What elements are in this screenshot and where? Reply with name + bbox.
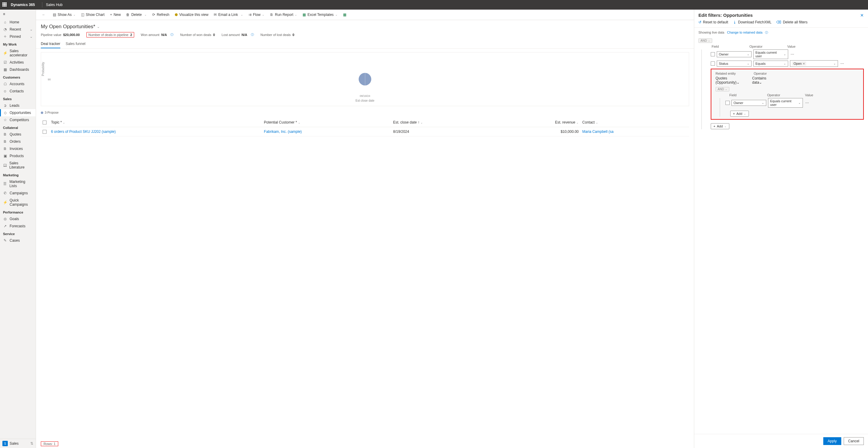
metric-label: Number of won deals	[180, 33, 211, 37]
related-entity-select[interactable]: Quotes (Opportunity)⌄	[716, 76, 750, 84]
nav-recent[interactable]: ◔Recent⌄	[0, 26, 36, 33]
refresh-button[interactable]: ⟳Refresh	[150, 11, 171, 18]
cell-erev: $10,000.00	[496, 127, 581, 136]
col-contact[interactable]: Contact ⌄	[581, 118, 689, 127]
main-content: ← ▤Show As⌄ ◫Show Chart +New 🗑Delete⌄ ⟳R…	[36, 10, 694, 448]
app-area[interactable]: Sales Hub	[46, 3, 62, 7]
nav-leads[interactable]: ➲Leads	[0, 102, 36, 109]
row-more-menu[interactable]: ⋯	[805, 101, 809, 105]
edit-filters-panel: Edit filters: Opportunities ✕ ↺Reset to …	[694, 10, 868, 448]
nav-contacts[interactable]: ☺Contacts	[0, 88, 36, 95]
nested-conjunction-and[interactable]: AND⌄	[716, 87, 729, 92]
nav-quotes[interactable]: 🗎Quotes	[0, 131, 36, 138]
delete-button[interactable]: 🗑Delete⌄	[124, 11, 149, 18]
nav-forecasts[interactable]: ↗Forecasts	[0, 222, 36, 230]
operator-select[interactable]: Equals⌄	[753, 61, 788, 67]
field-select[interactable]: Owner⌄	[732, 100, 766, 106]
nav-label: Sales Literature	[9, 161, 33, 169]
table-row[interactable]: 6 orders of Product SKU JJ202 (sample) F…	[41, 127, 689, 136]
info-icon[interactable]: ⓘ	[251, 33, 254, 37]
nav-home[interactable]: ⌂Home	[0, 19, 36, 26]
col-topic[interactable]: Topic * ⌄	[49, 118, 262, 127]
operator-select[interactable]: Equals current user⌄	[768, 98, 803, 108]
cmd-label: Flow	[253, 12, 260, 17]
nav-label: Contacts	[10, 89, 24, 93]
nav-opportunities[interactable]: ◇Opportunities	[0, 109, 36, 116]
tab-deal-tracker[interactable]: Deal tracker	[41, 40, 60, 48]
group-performance: Performance	[0, 208, 36, 215]
select-all-checkbox[interactable]	[42, 120, 46, 125]
show-chart-button[interactable]: ◫Show Chart	[79, 11, 106, 18]
reset-to-default-button[interactable]: ↺Reset to default	[699, 20, 728, 24]
nav-sales-accelerator[interactable]: ⚡Sales accelerator	[0, 47, 36, 59]
person-icon: ☺	[3, 89, 7, 93]
nav-sales-literature[interactable]: 🕮Sales Literature	[0, 160, 36, 171]
nav-goals[interactable]: ◎Goals	[0, 215, 36, 222]
chart-icon: ◫	[81, 12, 84, 17]
change-to-retained-link[interactable]: Change to retained data	[727, 31, 762, 34]
value-select[interactable]: Open×⌄	[790, 60, 838, 67]
col-potential-customer[interactable]: Potential Customer * ⌄	[262, 118, 391, 127]
nav-activities[interactable]: ☑Activities	[0, 59, 36, 66]
app-name: Dynamics 365	[11, 3, 35, 7]
nav-campaigns[interactable]: ✆Campaigns	[0, 189, 36, 197]
link-contact[interactable]: Maria Campbell (sa	[582, 130, 614, 134]
col-est-revenue[interactable]: Est. revenue ⌄	[496, 118, 581, 127]
panel-close-button[interactable]: ✕	[860, 13, 864, 18]
run-report-button[interactable]: 🗎Run Report⌄	[268, 11, 299, 18]
row-checkbox[interactable]	[42, 130, 46, 134]
row-more-menu[interactable]: ⋯	[790, 52, 795, 56]
excel-export-button[interactable]: ▦	[341, 11, 348, 18]
nested-add-button[interactable]: +Add⌄	[730, 111, 749, 117]
flow-button[interactable]: ⇉Flow⌄	[247, 11, 266, 18]
nav-accounts[interactable]: ☖Accounts	[0, 80, 36, 88]
info-icon[interactable]: ⓘ	[765, 31, 768, 34]
info-icon[interactable]: ⓘ	[170, 33, 174, 37]
remove-value-icon[interactable]: ×	[803, 62, 805, 65]
nav-marketing-lists[interactable]: ☰Marketing Lists	[0, 178, 36, 189]
action-label: Download FetchXML	[738, 20, 771, 24]
link-customer[interactable]: Fabrikam, Inc. (sample)	[264, 130, 302, 134]
row-more-menu[interactable]: ⋯	[840, 62, 845, 66]
visualize-button[interactable]: ⬢Visualize this view	[173, 11, 210, 18]
add-filter-button[interactable]: +Add⌄	[711, 123, 729, 129]
back-button[interactable]: ←	[40, 11, 48, 18]
filter-checkbox[interactable]	[725, 101, 730, 105]
nav-invoices[interactable]: 🗎Invoices	[0, 145, 36, 152]
cmd-label: Show Chart	[86, 12, 105, 17]
col-est-close-date[interactable]: Est. close date ↑ ⌄	[392, 118, 496, 127]
conjunction-and[interactable]: AND⌄	[699, 38, 712, 43]
nav-quick-campaigns[interactable]: ⚡Quick Campaigns	[0, 197, 36, 208]
area-label: Sales	[10, 441, 19, 446]
new-button[interactable]: +New	[108, 11, 122, 18]
field-select[interactable]: Status⌄	[717, 61, 751, 67]
link-topic[interactable]: 6 orders of Product SKU JJ202 (sample)	[51, 130, 116, 134]
nav-cases[interactable]: ✎Cases	[0, 237, 36, 244]
operator-select[interactable]: Equals current user⌄	[753, 49, 788, 59]
tab-sales-funnel[interactable]: Sales funnel	[66, 40, 86, 48]
show-as-button[interactable]: ▤Show As⌄	[51, 11, 78, 18]
nav-orders[interactable]: 🗎Orders	[0, 138, 36, 145]
nav-products[interactable]: ▣Products	[0, 152, 36, 160]
nav-pinned[interactable]: ✧Pinned⌄	[0, 33, 36, 40]
delete-all-filters-button[interactable]: ⌫Delete all filters	[776, 20, 807, 24]
related-operator-select[interactable]: Contains data⌄	[752, 76, 773, 84]
nav-dashboards[interactable]: ▦Dashboards	[0, 66, 36, 73]
app-launcher-icon[interactable]	[2, 2, 7, 7]
cancel-button[interactable]: Cancel	[844, 437, 864, 445]
filter-checkbox[interactable]	[711, 52, 715, 56]
chart-y-label: Probability	[41, 62, 45, 76]
download-fetchxml-button[interactable]: ⭳Download FetchXML	[733, 20, 771, 24]
field-select[interactable]: Owner⌄	[717, 51, 751, 57]
area-switcher[interactable]: S Sales ⇅	[0, 439, 36, 448]
excel-templates-button[interactable]: ▦Excel Templates⌄	[301, 11, 339, 18]
apply-button[interactable]: Apply	[823, 437, 841, 445]
view-title[interactable]: My Open Opportunities* ⌄	[36, 20, 694, 31]
email-link-button[interactable]: ✉Email a Link⌄	[212, 11, 245, 18]
filter-builder: AND⌄ Field Operator Value Owner⌄ Equals …	[694, 37, 868, 434]
filter-checkbox[interactable]	[711, 62, 715, 66]
invoice-icon: 🗎	[3, 147, 7, 151]
chart-bubble[interactable]	[359, 73, 371, 85]
nav-competitors[interactable]: ☆Competitors	[0, 116, 36, 124]
sidebar-collapse-button[interactable]: ≡	[0, 10, 36, 19]
